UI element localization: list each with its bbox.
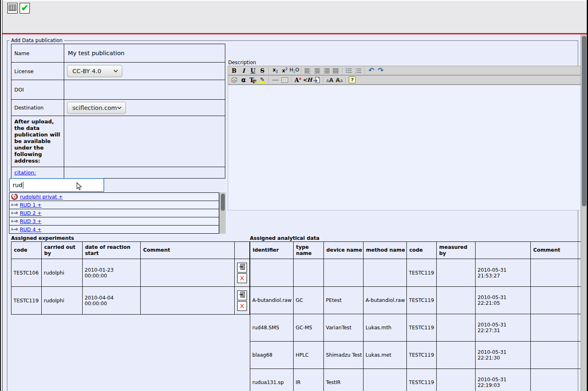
form-label: License bbox=[11, 63, 64, 80]
assigned-experiments-heading: Assigned experiments bbox=[11, 235, 74, 241]
timestamp-cell: 2010-05-3122:27:31 bbox=[476, 314, 531, 342]
timestamp-cell: 2010-05-3121:53:27 bbox=[476, 259, 531, 287]
help-button[interactable]: ? bbox=[348, 76, 357, 84]
code-cell: TESTC119 bbox=[407, 287, 437, 314]
assign-button[interactable] bbox=[237, 263, 247, 273]
citation-link[interactable]: citation: bbox=[14, 170, 36, 176]
suggestion-scrollbar-thumb[interactable] bbox=[221, 194, 225, 211]
align-center-button[interactable] bbox=[312, 67, 322, 75]
form-value bbox=[64, 167, 225, 179]
suggestion-item-0[interactable]: rudolphi privat + bbox=[9, 193, 219, 201]
chevron-down-icon bbox=[117, 106, 122, 109]
suggestion-link[interactable]: RUD 2 + bbox=[20, 210, 42, 216]
assigned-experiments-table: codecarried out bydate of reaction start… bbox=[11, 241, 250, 315]
suggestion-link[interactable]: RUD 3 + bbox=[20, 219, 42, 224]
suggestion-item-1[interactable]: A→BRUD 1 + bbox=[9, 201, 219, 209]
identifier-cell bbox=[250, 259, 294, 287]
search-input-value: rud bbox=[13, 182, 22, 188]
license-select[interactable]: CC-BY 4.0 bbox=[67, 65, 122, 77]
column-header: Comment bbox=[531, 242, 585, 259]
device-name-cell: Shimadzu Test bbox=[324, 342, 364, 369]
method-name-cell: Lukas.mth bbox=[364, 314, 407, 342]
font-decrease-button[interactable]: AA bbox=[334, 76, 344, 84]
type-name-cell: GC bbox=[294, 287, 324, 314]
assign-button[interactable] bbox=[237, 290, 247, 300]
font-attributes-button[interactable]: Aa bbox=[293, 76, 303, 84]
mouse-cursor bbox=[76, 182, 82, 190]
comment-cell bbox=[531, 287, 585, 314]
align-justify-button[interactable] bbox=[331, 67, 341, 75]
form-row-2: DOI bbox=[11, 80, 225, 100]
italic-button[interactable]: I bbox=[239, 67, 248, 75]
description-editor-area[interactable] bbox=[228, 85, 585, 210]
suggestion-item-2[interactable]: A→BRUD 2 + bbox=[9, 209, 219, 217]
underline-button[interactable]: U bbox=[248, 67, 258, 75]
numbered-list-button[interactable]: 12 bbox=[354, 67, 363, 75]
main-content: Add Data publication NameMy test publica… bbox=[2, 34, 587, 391]
page-scrollbar[interactable] bbox=[581, 34, 587, 391]
page-scrollbar-thumb[interactable] bbox=[582, 36, 586, 206]
column-header: identifier bbox=[250, 242, 294, 259]
toolbar-separator bbox=[323, 77, 323, 83]
form-value bbox=[64, 80, 225, 100]
destination-select[interactable]: sciflection.com bbox=[67, 102, 126, 114]
reaction-ab-icon: A→B bbox=[11, 228, 18, 231]
bold-button[interactable]: B bbox=[229, 67, 239, 75]
remove-button[interactable]: X bbox=[237, 273, 247, 283]
undo-button[interactable]: ↶ bbox=[367, 67, 376, 75]
form-value bbox=[64, 116, 225, 167]
delete-x-icon: X bbox=[240, 275, 244, 281]
form-row-0: NameMy test publication bbox=[11, 44, 225, 63]
html-source-button[interactable]: <H bbox=[303, 76, 312, 84]
redo-button[interactable]: ↷ bbox=[376, 67, 386, 75]
font-increase-button[interactable]: AA bbox=[325, 76, 334, 84]
font-color-button[interactable]: T bbox=[248, 76, 258, 84]
carried-out-by-cell: rudolphi bbox=[42, 259, 83, 287]
superscript-button[interactable]: x2 bbox=[280, 67, 290, 75]
column-header: type name bbox=[294, 242, 324, 259]
insert-document-button[interactable] bbox=[312, 76, 321, 84]
strikethrough-button[interactable]: S bbox=[258, 67, 267, 75]
align-left-button[interactable] bbox=[303, 67, 312, 75]
remove-button[interactable]: X bbox=[237, 301, 247, 311]
search-input[interactable]: rud bbox=[9, 178, 104, 192]
analytical-row-1: A-butandiol.rawGCPEtestA-butandiol.rawTE… bbox=[250, 287, 585, 314]
measured-by-cell bbox=[437, 369, 476, 391]
form-value: My test publication bbox=[64, 44, 225, 63]
form-label: DOI bbox=[11, 80, 64, 100]
insert-table-button[interactable] bbox=[280, 76, 290, 84]
column-header: code bbox=[407, 242, 437, 259]
editor-toolbar-row2: αT✎Aa<HAAAA? bbox=[228, 75, 585, 85]
confirm-button[interactable]: ✔ bbox=[20, 3, 30, 13]
toolbar-separator bbox=[269, 77, 269, 83]
suggestion-item-3[interactable]: A→BRUD 3 + bbox=[9, 217, 219, 226]
analytical-row-2: rud48.SMSGC-MSVarianTestLukas.mthTESTC11… bbox=[250, 314, 585, 342]
form-label: After upload, the data publication will … bbox=[11, 116, 64, 167]
bullet-list-button[interactable] bbox=[344, 67, 354, 75]
table-view-button[interactable] bbox=[7, 3, 18, 13]
suggestion-item-4[interactable]: A→BRUD 4 + bbox=[9, 226, 219, 233]
measured-by-cell bbox=[437, 314, 476, 342]
horizontal-rule-button[interactable] bbox=[271, 76, 280, 84]
suggestion-link[interactable]: RUD 1 + bbox=[20, 202, 42, 208]
identifier-cell: A-butandiol.raw bbox=[250, 287, 294, 314]
column-header: method name bbox=[364, 242, 407, 259]
highlighter-button[interactable]: ✎ bbox=[258, 76, 267, 84]
align-right-button[interactable] bbox=[322, 67, 331, 75]
h2o-button[interactable]: H2O bbox=[290, 67, 299, 75]
form-row-5: citation: bbox=[11, 167, 225, 179]
select-value: CC-BY 4.0 bbox=[72, 68, 101, 74]
suggestion-scrollbar[interactable] bbox=[219, 192, 226, 234]
special-characters-button[interactable] bbox=[229, 76, 239, 84]
window-frame-gap bbox=[1, 0, 2, 391]
subscript-button[interactable]: x2 bbox=[271, 67, 280, 75]
suggestion-link[interactable]: RUD 4 + bbox=[20, 227, 42, 232]
form-value: CC-BY 4.0 bbox=[64, 63, 225, 80]
device-name-cell: PEtest bbox=[324, 287, 364, 314]
comment-cell bbox=[531, 342, 585, 369]
suggestion-link[interactable]: rudolphi privat + bbox=[20, 194, 63, 200]
private-project-icon bbox=[11, 193, 18, 200]
type-name-cell: IR bbox=[294, 369, 324, 391]
greek-alpha-button[interactable]: α bbox=[239, 76, 248, 84]
reaction-ab-icon: A→B bbox=[11, 219, 18, 223]
